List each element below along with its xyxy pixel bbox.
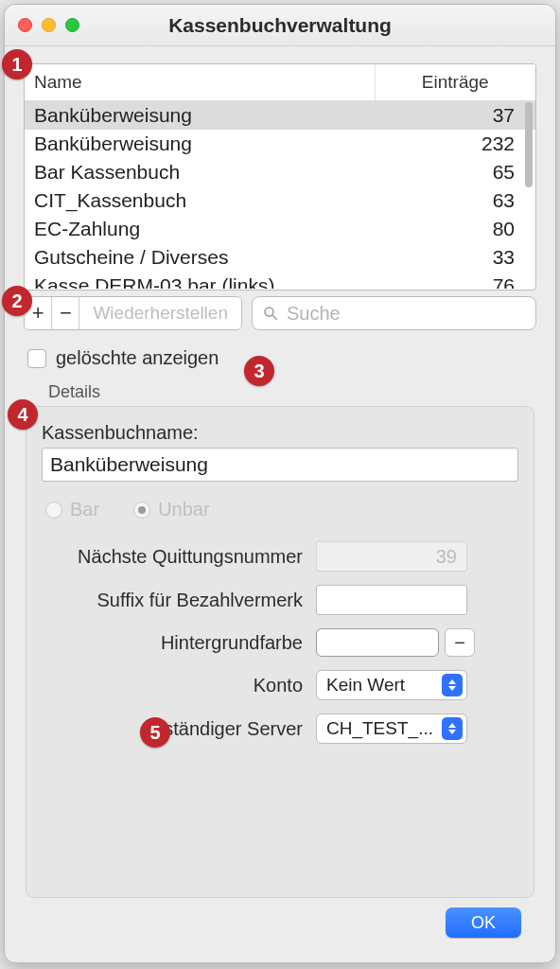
table-row[interactable]: Bar Kassenbuch65 xyxy=(25,158,535,186)
show-deleted-checkbox[interactable] xyxy=(27,349,46,368)
konto-value: Kein Wert xyxy=(326,675,405,696)
ok-button[interactable]: OK xyxy=(446,907,521,938)
bgcolor-clear-button[interactable]: − xyxy=(445,628,475,657)
table-row[interactable]: EC-Zahlung80 xyxy=(25,215,535,243)
cell-entries: 232 xyxy=(375,130,535,158)
svg-point-0 xyxy=(265,308,273,316)
payment-type-radios: Bar Unbar xyxy=(45,499,518,520)
table-row[interactable]: Banküberweisung37 xyxy=(25,101,535,130)
close-icon[interactable] xyxy=(18,18,32,32)
traffic-lights xyxy=(18,18,79,32)
name-label: Kassenbuchname: xyxy=(42,422,518,444)
next-receipt-field xyxy=(316,541,467,572)
table-row[interactable]: Gutscheine / Diverses33 xyxy=(25,243,535,272)
annotation-3: 3 xyxy=(244,356,274,386)
annotation-1: 1 xyxy=(2,49,32,79)
titlebar: Kassenbuchverwaltung xyxy=(5,5,555,46)
radio-unbar-label: Unbar xyxy=(158,499,209,520)
cell-entries: 33 xyxy=(375,243,535,272)
window: Kassenbuchverwaltung Name Einträge Bankü… xyxy=(4,4,556,963)
next-receipt-label: Nächste Quittungsnummer xyxy=(42,546,316,568)
cell-entries: 37 xyxy=(375,101,535,130)
bgcolor-label: Hintergrundfarbe xyxy=(42,632,316,654)
search-icon xyxy=(262,305,279,322)
content: Name Einträge Banküberweisung37Banküberw… xyxy=(5,46,555,962)
radio-icon xyxy=(133,502,150,519)
radio-bar-label: Bar xyxy=(70,499,99,520)
suffix-label: Suffix für Bezahlvermerk xyxy=(42,590,316,611)
cell-entries: 80 xyxy=(375,215,535,243)
cell-entries: 65 xyxy=(375,158,535,186)
annotation-2: 2 xyxy=(2,286,32,316)
cell-name: CIT_Kassenbuch xyxy=(25,186,375,215)
minimize-icon[interactable] xyxy=(42,18,56,32)
cell-entries: 63 xyxy=(375,186,535,215)
search-field[interactable] xyxy=(252,296,536,330)
cell-entries: 76 xyxy=(375,272,535,289)
radio-unbar[interactable]: Unbar xyxy=(133,499,209,520)
show-deleted-row: gelöschte anzeigen xyxy=(27,347,536,369)
show-deleted-label: gelöschte anzeigen xyxy=(56,347,219,369)
table-row[interactable]: Kasse DERM-03 bar (links)76 xyxy=(25,272,535,289)
server-value: CH_TEST_... xyxy=(326,718,433,739)
chevron-updown-icon xyxy=(442,674,463,696)
server-label: zuständiger Server xyxy=(42,718,316,740)
col-name[interactable]: Name xyxy=(25,64,375,101)
seg-buttons: + − Wiederherstellen xyxy=(24,296,242,330)
table-row[interactable]: Banküberweisung232 xyxy=(25,130,535,158)
window-title: Kassenbuchverwaltung xyxy=(168,14,392,37)
cell-name: Banküberweisung xyxy=(25,130,375,158)
restore-button[interactable]: Wiederherstellen xyxy=(79,297,241,329)
footer: OK xyxy=(24,898,536,949)
cashbook-table: Name Einträge Banküberweisung37Banküberw… xyxy=(24,63,536,291)
table-row[interactable]: CIT_Kassenbuch63 xyxy=(25,186,535,215)
svg-line-1 xyxy=(272,315,277,320)
col-entries[interactable]: Einträge xyxy=(375,64,535,101)
konto-select[interactable]: Kein Wert xyxy=(316,670,467,700)
table-toolbar: + − Wiederherstellen xyxy=(24,296,536,330)
cell-name: EC-Zahlung xyxy=(25,215,375,243)
konto-label: Konto xyxy=(42,675,316,696)
annotation-4: 4 xyxy=(8,399,38,430)
cell-name: Gutscheine / Diverses xyxy=(25,243,375,272)
radio-bar[interactable]: Bar xyxy=(45,499,99,520)
details-panel: Kassenbuchname: Bar Unbar Nächste Quittu… xyxy=(26,406,534,898)
annotation-5: 5 xyxy=(140,717,170,748)
search-input[interactable] xyxy=(287,303,526,325)
scrollbar-thumb[interactable] xyxy=(525,102,533,187)
details-heading: Details xyxy=(48,382,536,402)
cell-name: Banküberweisung xyxy=(25,101,375,130)
server-select[interactable]: CH_TEST_... xyxy=(316,714,467,744)
bgcolor-swatch[interactable] xyxy=(316,628,439,657)
remove-button[interactable]: − xyxy=(52,297,79,329)
name-input[interactable] xyxy=(42,448,518,482)
suffix-input[interactable] xyxy=(316,585,467,615)
cell-name: Kasse DERM-03 bar (links) xyxy=(25,272,375,289)
chevron-updown-icon xyxy=(442,717,463,740)
cell-name: Bar Kassenbuch xyxy=(25,158,375,186)
radio-icon xyxy=(45,502,62,519)
zoom-icon[interactable] xyxy=(65,18,79,32)
